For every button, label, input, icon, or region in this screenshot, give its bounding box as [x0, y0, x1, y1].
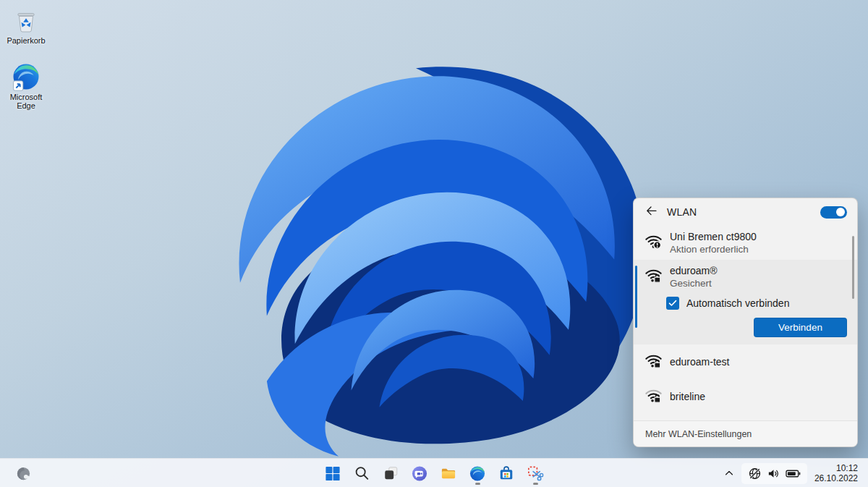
recycle-bin-icon: [12, 6, 41, 35]
wifi-network-item[interactable]: Uni Bremen ct9800 Aktion erforderlich: [634, 226, 857, 260]
task-view-icon: [383, 465, 399, 481]
clock-time: 10:12: [814, 463, 858, 473]
clock-date: 26.10.2022: [814, 473, 858, 483]
wifi-network-item-selected[interactable]: eduroam® Gesichert Automatisch verbinden…: [634, 260, 857, 344]
widgets-weather-button[interactable]: [10, 460, 37, 486]
task-view-button[interactable]: [378, 460, 404, 486]
connect-button[interactable]: Verbinden: [754, 318, 847, 337]
desktop-icon-label: Papierkorb: [7, 36, 45, 45]
snipping-tool-button[interactable]: [522, 460, 549, 486]
wifi-toggle-knob: [836, 208, 845, 216]
file-explorer-button[interactable]: [435, 460, 462, 486]
taskbar-clock[interactable]: 10:12 26.10.2022: [810, 463, 865, 483]
open-app-indicator: [475, 483, 480, 485]
network-ssid: briteline: [670, 391, 705, 403]
wifi-network-item[interactable]: eduroam-test: [634, 344, 857, 379]
weather-moon-cloud-icon: [15, 465, 32, 482]
network-status: Aktion erforderlich: [670, 243, 757, 255]
edge-icon: [469, 465, 486, 482]
store-icon: [498, 465, 515, 482]
chat-button[interactable]: [407, 460, 433, 486]
desktop-icon-label: Microsoft Edge: [3, 93, 49, 110]
wlan-panel-header: WLAN: [634, 198, 857, 226]
chat-icon: [412, 465, 428, 482]
taskbar: 10:12 26.10.2022: [0, 458, 868, 487]
edge-button[interactable]: [464, 460, 491, 486]
search-icon: [354, 465, 370, 481]
wallpaper-bloom: [163, 7, 669, 467]
wifi-warning-icon: [644, 232, 663, 254]
network-ssid: Uni Bremen ct9800: [670, 231, 757, 243]
battery-icon: [786, 467, 801, 480]
chevron-up-icon: [724, 468, 734, 478]
store-button[interactable]: [493, 460, 520, 486]
start-button[interactable]: [320, 460, 346, 486]
file-explorer-icon: [441, 465, 457, 482]
globe-no-internet-icon: [748, 467, 762, 480]
system-tray-network-volume-battery[interactable]: [741, 463, 807, 484]
snipping-tool-icon: [527, 465, 544, 482]
show-hidden-icons-button[interactable]: [720, 462, 739, 484]
desktop-icon-microsoft-edge[interactable]: Microsoft Edge: [3, 62, 49, 110]
network-ssid: eduroam-test: [670, 356, 729, 368]
desktop: { "desktop": { "icons": [ { "label": "Pa…: [0, 0, 868, 487]
wifi-network-item[interactable]: briteline: [634, 379, 857, 414]
back-arrow-icon[interactable]: [646, 206, 658, 219]
wlan-panel-title: WLAN: [667, 206, 697, 218]
windows-logo-icon: [325, 465, 341, 482]
more-wlan-settings-link[interactable]: Mehr WLAN-Einstellungen: [634, 420, 857, 446]
wifi-lock-icon: [644, 386, 663, 408]
wifi-lock-icon: [644, 351, 663, 373]
desktop-icon-recycle-bin[interactable]: Papierkorb: [3, 6, 49, 45]
open-app-indicator: [533, 483, 538, 485]
wifi-lock-icon: [644, 266, 663, 288]
auto-connect-row[interactable]: Automatisch verbinden: [666, 297, 847, 310]
auto-connect-checkbox[interactable]: [666, 297, 679, 310]
wlan-flyout-panel: WLAN Uni Bremen ct9800 Aktion erforderli…: [633, 198, 858, 447]
network-ssid: eduroam®: [670, 265, 718, 277]
selection-accent-bar: [635, 266, 637, 328]
wifi-toggle[interactable]: [820, 206, 847, 219]
volume-icon: [767, 467, 780, 480]
edge-logo-icon: [12, 62, 41, 91]
auto-connect-label: Automatisch verbinden: [686, 297, 789, 309]
search-button[interactable]: [349, 460, 375, 486]
network-status: Gesichert: [670, 277, 718, 289]
panel-scrollbar[interactable]: [852, 236, 854, 299]
